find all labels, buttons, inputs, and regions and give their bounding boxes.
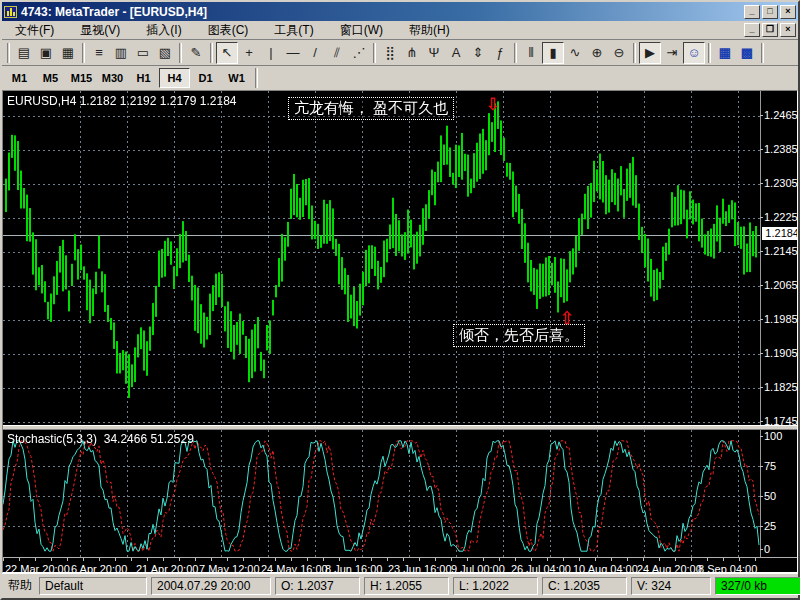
fibo-fan-icon[interactable]: ⋔ [401, 42, 423, 64]
menu-item-3[interactable]: 图表(C) [195, 20, 262, 41]
indicator-pane[interactable]: Stochastic(5,3,3) 34.2466 51.2529 100755… [3, 430, 798, 557]
new-chart-icon[interactable]: ▤ [13, 42, 35, 64]
sell-arrow-icon[interactable]: ⇩ [486, 96, 500, 113]
menu-item-1[interactable]: 显视(V) [67, 20, 133, 41]
timeframe-button-w1[interactable]: W1 [221, 68, 252, 88]
time-axis: 22 Mar 20:006 Apr 20:0021 Apr 20:007 May… [3, 557, 798, 573]
stochastic-tick-label: 50 [764, 490, 776, 502]
menu-item-5[interactable]: 窗口(W) [327, 20, 396, 41]
terminal-icon[interactable]: ▭ [132, 42, 154, 64]
toolbar-separator [179, 43, 182, 63]
data-window-icon[interactable]: ▥ [110, 42, 132, 64]
timeframe-bar: M1M5M15M30H1H4D1W1 [2, 66, 798, 90]
time-tick-label: 10 Aug 04:00 [573, 563, 638, 573]
menu-item-2[interactable]: 插入(I) [133, 20, 194, 41]
window-title: 4743: MetaTrader - [EURUSD,H4] [21, 5, 744, 19]
price-tick-label: 1.1985 [764, 313, 798, 325]
pitchfork-icon[interactable]: Ψ [423, 42, 445, 64]
stochastic-tick-label: 0 [764, 543, 770, 555]
timeframe-button-h4[interactable]: H4 [159, 68, 190, 88]
timeframe-button-m1[interactable]: M1 [4, 68, 35, 88]
chart-shift-icon[interactable]: ⇥ [661, 42, 683, 64]
metatrader-window: 4743: MetaTrader - [EURUSD,H4] _ □ × 文件(… [0, 0, 800, 600]
minimize-button[interactable]: _ [744, 5, 760, 19]
price-tick-label: 1.2465 [764, 109, 798, 121]
time-tick-label: 8 Jun 16:00 [325, 563, 383, 573]
child-restore-button[interactable]: ❐ [762, 23, 778, 37]
child-close-button[interactable]: × [780, 23, 796, 37]
status-cell-2: 2004.07.29 20:00 [151, 577, 271, 595]
price-tick-label: 1.2145 [764, 245, 798, 257]
current-price-tag: 1.2184 [762, 227, 798, 240]
status-cell-0: 帮助 [5, 577, 35, 595]
line-chart-icon[interactable]: ∿ [564, 42, 586, 64]
toolbar-separator [373, 43, 376, 63]
buy-arrow-icon[interactable]: ⇧ [560, 310, 574, 327]
timeframe-button-m15[interactable]: M15 [66, 68, 97, 88]
autoscroll-icon[interactable]: ▶ [639, 42, 661, 64]
status-bar: 帮助Default2004.07.29 20:00O: 1.2037H: 1.2… [2, 573, 798, 598]
timeframe-button-m30[interactable]: M30 [97, 68, 128, 88]
crosshair-icon[interactable]: + [238, 42, 260, 64]
stochastic-tick-label: 100 [764, 430, 782, 442]
price-tick-label: 1.2385 [764, 143, 798, 155]
market-watch-icon[interactable]: ≡ [88, 42, 110, 64]
toolbar-separator [761, 43, 764, 63]
zoom-in-icon[interactable]: ⊕ [586, 42, 608, 64]
menu-items: 文件(F)显视(V)插入(I)图表(C)工具(T)窗口(W)帮助(H) [2, 20, 744, 41]
chart-area: EURUSD,H4 1.2182 1.2192 1.2179 1.2184 亢龙… [2, 90, 798, 573]
print-icon[interactable]: ▦ [57, 42, 79, 64]
vertical-line-icon[interactable]: | [260, 42, 282, 64]
time-ticks [3, 558, 760, 561]
time-tick-label: 21 Apr 20:00 [136, 563, 198, 573]
maximize-button[interactable]: □ [762, 5, 778, 19]
title-bar: 4743: MetaTrader - [EURUSD,H4] _ □ × [2, 2, 798, 21]
toolbar-separator [633, 43, 636, 63]
new-window-icon[interactable]: ▦ [714, 42, 736, 64]
price-pane[interactable]: EURUSD,H4 1.2182 1.2192 1.2179 1.2184 亢龙… [3, 91, 798, 425]
toolbar-handle[interactable] [7, 43, 10, 63]
cursor-icon[interactable]: ↖ [216, 42, 238, 64]
status-cell-6: C: 1.2035 [542, 577, 627, 595]
cascade-windows-icon[interactable]: ▩ [736, 42, 758, 64]
child-minimize-button[interactable]: _ [744, 23, 760, 37]
time-tick-label: 24 May 16:00 [261, 563, 328, 573]
channel-icon[interactable]: ⫽ [326, 42, 348, 64]
price-chart-canvas[interactable] [3, 91, 760, 425]
status-cell-3: O: 1.2037 [275, 577, 360, 595]
time-tick-label: 9 Jul 00:00 [451, 563, 505, 573]
indicators-icon[interactable]: ƒ [489, 42, 511, 64]
status-cell-1: Default [39, 577, 147, 595]
toolbar-separator [82, 43, 85, 63]
trendline-icon[interactable]: / [304, 42, 326, 64]
timeframe-button-h1[interactable]: H1 [128, 68, 159, 88]
arrows-icon[interactable]: ⇕ [467, 42, 489, 64]
toolbar: ▤▣▦≡▥▭▧✎↖+|—/⫽⋰⣿⋔ΨA⇕ƒ⦀▮∿⊕⊖▶⇥☺▦▩ [2, 40, 798, 66]
bar-chart-icon[interactable]: ⦀ [520, 42, 542, 64]
timeframe-button-m5[interactable]: M5 [35, 68, 66, 88]
candlestick-icon[interactable]: ▮ [542, 42, 564, 64]
annotation-top[interactable]: 亢龙有悔， 盈不可久也 [288, 97, 454, 120]
indicator-label: Stochastic(5,3,3) 34.2466 51.2529 [7, 432, 194, 446]
horizontal-line-icon[interactable]: — [282, 42, 304, 64]
menu-item-0[interactable]: 文件(F) [2, 20, 67, 41]
time-tick-label: 6 Apr 20:00 [71, 563, 127, 573]
text-label-icon[interactable]: A [445, 42, 467, 64]
close-button[interactable]: × [780, 5, 796, 19]
edit-icon[interactable]: ✎ [185, 42, 207, 64]
menu-item-6[interactable]: 帮助(H) [396, 20, 463, 41]
properties-icon[interactable]: ▧ [154, 42, 176, 64]
timeframe-button-d1[interactable]: D1 [190, 68, 221, 88]
stochastic-canvas[interactable] [3, 430, 760, 557]
status-cell-8: 327/0 kb [715, 577, 800, 595]
save-icon[interactable]: ▣ [35, 42, 57, 64]
grid-icon[interactable]: ⣿ [379, 42, 401, 64]
app-icon [4, 6, 17, 18]
indicator-axis: 1007550250 [760, 430, 798, 557]
zoom-out-icon[interactable]: ⊖ [608, 42, 630, 64]
expert-advisor-icon[interactable]: ☺ [683, 42, 705, 64]
status-cell-4: H: 1.2055 [364, 577, 449, 595]
time-tick-label: 22 Mar 20:00 [5, 563, 70, 573]
menu-item-4[interactable]: 工具(T) [261, 20, 326, 41]
fibonacci-icon[interactable]: ⋰ [348, 42, 370, 64]
